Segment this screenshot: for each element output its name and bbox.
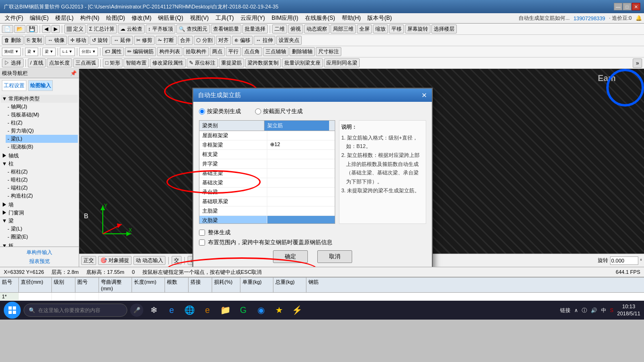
menu-version[interactable]: 版本号(B) [364,14,395,23]
toolbar-setpoint[interactable]: 设置夹点 [276,36,302,45]
toolbar-pan[interactable]: 平移 [389,25,404,33]
row-frame-support[interactable]: 框支梁 [199,150,335,159]
toolbar-copy[interactable]: ⎘ 复制 [25,36,44,45]
tree-axis[interactable]: - 轴网(J) [6,103,78,111]
tree-frame-col[interactable]: - 框柱(Z) [6,168,78,176]
toolbar-delete-axis[interactable]: 删除辅轴 [289,47,315,56]
maximize-btn[interactable]: □ [623,3,631,10]
toolbar-screen-rotate[interactable]: 屏幕旋转 [405,25,430,33]
toolbar-file-new[interactable]: 📄 [2,25,13,33]
tree-column[interactable]: - 柱(Z) [6,119,78,127]
toolbar-sum[interactable]: Σ 汇总计算 [87,25,117,33]
menu-modify[interactable]: 修改(M) [129,14,154,23]
toolbar-select-floor[interactable]: 选择楼层 [431,25,457,33]
toolbar-open[interactable]: 📂 [14,25,25,33]
toolbar-back[interactable]: ◀ [42,25,50,33]
type-selector[interactable]: 梁 ▼ [25,48,38,56]
row-main-rib[interactable]: 主肋梁 [199,206,335,216]
panel-pin[interactable]: 📌 [70,70,77,76]
radio-by-size-input[interactable] [255,108,261,115]
toolbar-select[interactable]: ▷ 选择 [2,58,24,67]
cell-gr[interactable] [52,293,75,300]
toolbar-dimension[interactable]: 尺寸标注 [316,47,341,56]
toolbar-three-arc[interactable]: 三点画弧 [73,58,99,67]
toolbar-find[interactable]: 🔍 查找图元 [176,25,210,33]
toolbar-define[interactable]: ▦ 定义 [64,25,86,33]
tree-shear-wall[interactable]: - 剪力墙(Q) [6,127,78,135]
toolbar-move[interactable]: ✛ 移动 [68,36,89,45]
tree-hidden-col[interactable]: - 暗柱(Z) [6,176,78,184]
menu-steel[interactable]: 钢筋量(Q) [155,14,186,23]
toolbar-partial-3d[interactable]: 局部三维 [330,25,356,33]
toolbar-property[interactable]: 🏷 属性 [102,47,124,56]
cell-dia[interactable] [19,293,52,300]
toolbar-split[interactable]: ⬡ 分割 [194,36,215,45]
toolbar-point-angle[interactable]: 点点角 [242,47,262,56]
row-sec-rib[interactable]: 次肋梁 [199,216,335,224]
toolbar-zoom[interactable]: 缩放 [373,25,388,33]
menu-tools[interactable]: 工具(T) [213,14,237,23]
toolbar-offset[interactable]: ⊕ 偏移 [232,36,253,45]
nav-draw-input[interactable]: 绘图输入 [28,80,53,91]
taskbar-app-orange[interactable]: ⚡ [289,303,305,318]
cell-rebar-4[interactable] [267,159,335,168]
cell-rebar-8[interactable] [267,197,335,206]
toolbar-extend[interactable]: ↔ 延伸 [111,36,133,45]
nav-project-settings[interactable]: 工程设置 [2,80,26,91]
tree-raft[interactable]: - 筏板基础(M) [6,111,78,119]
cell-rebar-5[interactable] [267,169,335,178]
toolbar-batch-id-support[interactable]: 批量识别梁支座 [282,58,323,67]
menu-view[interactable]: 视图(V) [187,14,212,23]
toolbar-annotate[interactable]: ✎ 原位标注 [187,58,218,67]
toolbar-edit-rebar[interactable]: ✏ 编辑钢筋 [125,47,156,56]
toolbar-save[interactable]: 💾 [26,25,38,33]
table-row-1[interactable]: 1* [0,293,644,300]
radio-by-type[interactable]: 按梁类别生成 [199,107,241,115]
toolbar-trim[interactable]: ✂ 修剪 [134,36,155,45]
cell-rebar-3[interactable] [267,150,335,159]
menu-file[interactable]: 文件(F) [2,14,26,23]
mic-btn[interactable]: 🎤 [130,304,143,317]
menu-draw[interactable]: 绘图(D) [103,14,128,23]
toolbar-top-view[interactable]: 俯视 [288,25,303,33]
action-positive[interactable]: 正交 [81,256,96,265]
toolbar-merge[interactable]: 合并 [178,36,193,45]
tree-common-label[interactable]: ▼ 常用构件类型 [1,95,78,103]
action-snap[interactable]: 🎯 对象捕捉 [98,256,132,265]
toolbar-apply-same-name[interactable]: 应用到同名梁 [324,58,360,67]
radio-by-size[interactable]: 按截面尺寸生成 [255,107,303,115]
toolbar-repick-rebar[interactable]: 重提梁筋 [219,58,244,67]
tree-ring-beam[interactable]: - 圈梁(E) [6,233,78,241]
toolbar-batch-select[interactable]: 批量选择 [242,25,268,33]
toolbar-stretch[interactable]: ↔ 拉伸 [254,36,275,45]
tree-beam-l[interactable]: - 梁(L) [6,225,78,233]
toolbar-align[interactable]: 对齐 [216,36,231,45]
menu-component[interactable]: 构件(N) [77,14,102,23]
taskbar-app-yellow[interactable]: ★ [272,303,287,318]
toolbar-line[interactable]: / 直线 [28,58,46,67]
toolbar-delete[interactable]: 🗑 删除 [2,36,24,45]
menu-cloud[interactable]: 云应用(Y) [238,14,268,23]
close-btn[interactable]: ✕ [632,3,640,10]
toolbar-view-steel[interactable]: 查看钢筋量 [211,25,241,33]
toolbar-component-list[interactable]: 构件列表 [157,47,182,56]
row-well-beam[interactable]: 井字梁 [199,159,335,169]
taskbar-app-fan[interactable]: ❄ [146,303,161,318]
minimize-btn[interactable]: — [614,3,622,10]
toolbar-mirror[interactable]: ↔ 镜像 [45,36,67,45]
taskbar-app-blue-circle[interactable]: ◉ [254,303,269,318]
id-selector[interactable]: L-1 ▼ [60,48,74,56]
cell-rebar-7[interactable] [267,188,335,197]
rotate-input[interactable] [610,256,638,265]
dialog-close-btn[interactable]: ✕ [421,91,427,99]
report-preview[interactable]: 报表预览 [2,257,77,266]
menu-bim[interactable]: BIM应用(I) [269,14,301,23]
tree-end-col[interactable]: - 端柱(Z) [6,184,78,192]
toolbar-three-point-axis[interactable]: 三点辅轴 [263,47,289,56]
bell-icon[interactable]: 🔔 [636,15,642,21]
toolbar-two-points[interactable]: 两点 [210,47,225,56]
radio-by-type-input[interactable] [199,108,205,115]
cell-shape[interactable] [75,293,99,300]
cell-rebar-1[interactable] [267,131,335,140]
tree-axes[interactable]: ▶ 轴线 [1,152,78,160]
